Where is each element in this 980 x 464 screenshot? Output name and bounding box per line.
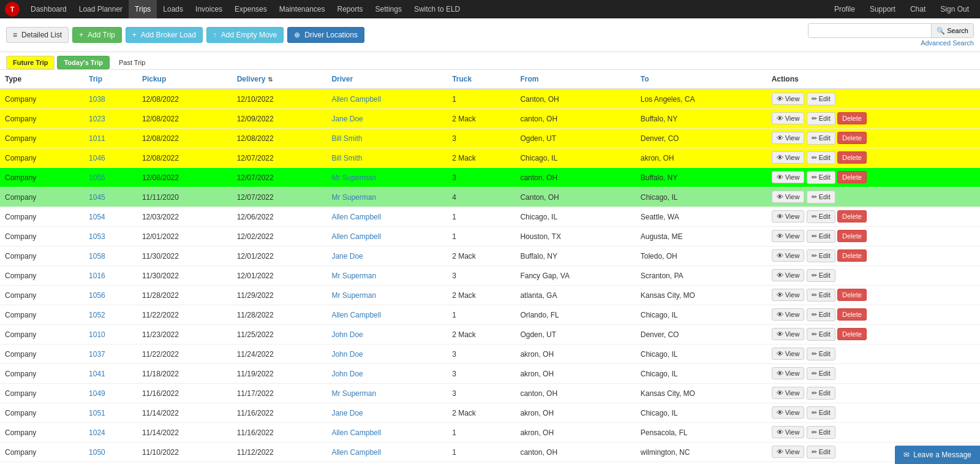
view-button[interactable]: 👁 View: [772, 132, 805, 144]
trip-link[interactable]: 1038: [89, 95, 105, 104]
driver-link[interactable]: Allen Campbell: [331, 232, 381, 241]
edit-button[interactable]: ✏ Edit: [807, 426, 835, 439]
driver-link[interactable]: Mr Superman: [331, 291, 376, 300]
driver-locations-button[interactable]: ⊕ Driver Locations: [287, 27, 364, 43]
add-broker-load-button[interactable]: + Add Broker Load: [126, 27, 203, 43]
view-button[interactable]: 👁 View: [772, 171, 805, 183]
trip-link[interactable]: 1037: [89, 350, 105, 359]
view-button[interactable]: 👁 View: [772, 112, 805, 124]
delete-button[interactable]: Delete: [837, 289, 867, 301]
edit-button[interactable]: ✏ Edit: [807, 249, 835, 262]
advanced-search-link[interactable]: Advanced Search: [921, 39, 974, 47]
edit-button[interactable]: ✏ Edit: [807, 171, 835, 184]
driver-link[interactable]: Jane Doe: [331, 115, 363, 123]
view-button[interactable]: 👁 View: [772, 269, 805, 281]
delete-button[interactable]: Delete: [837, 132, 867, 144]
nav-reports[interactable]: Reports: [331, 0, 369, 18]
edit-button[interactable]: ✏ Edit: [807, 367, 835, 380]
col-driver[interactable]: Driver: [326, 70, 447, 89]
trip-link[interactable]: 1046: [89, 154, 105, 162]
trip-link[interactable]: 1056: [89, 291, 105, 300]
view-button[interactable]: 👁 View: [772, 328, 805, 340]
driver-link[interactable]: Allen Campbell: [331, 428, 381, 437]
edit-button[interactable]: ✏ Edit: [807, 387, 835, 400]
filter-todays-trip[interactable]: Today's Trip: [57, 56, 110, 69]
nav-load-planner[interactable]: Load Planner: [73, 0, 129, 18]
driver-link[interactable]: John Doe: [331, 370, 363, 378]
driver-link[interactable]: Mr Superman: [331, 193, 376, 202]
trip-link[interactable]: 1058: [89, 252, 105, 261]
trip-link[interactable]: 1010: [89, 330, 105, 339]
trip-link[interactable]: 1053: [89, 232, 105, 241]
driver-link[interactable]: Allen Campbell: [331, 213, 381, 221]
driver-link[interactable]: Mr Superman: [331, 272, 376, 280]
edit-button[interactable]: ✏ Edit: [807, 328, 835, 341]
trip-link[interactable]: 1016: [89, 272, 105, 280]
edit-button[interactable]: ✏ Edit: [807, 348, 835, 360]
view-button[interactable]: 👁 View: [772, 406, 805, 419]
view-button[interactable]: 👁 View: [772, 191, 805, 203]
nav-invoices[interactable]: Invoices: [189, 0, 228, 18]
driver-link[interactable]: Allen Campbell: [331, 95, 381, 104]
nav-chat[interactable]: Chat: [904, 0, 932, 18]
trip-link[interactable]: 1024: [89, 428, 105, 437]
edit-button[interactable]: ✏ Edit: [807, 93, 835, 105]
trip-link[interactable]: 1050: [89, 448, 105, 457]
nav-profile[interactable]: Profile: [828, 0, 861, 18]
col-trip[interactable]: Trip: [84, 70, 137, 89]
view-button[interactable]: 👁 View: [772, 387, 805, 399]
nav-settings[interactable]: Settings: [369, 0, 408, 18]
driver-link[interactable]: Bill Smith: [331, 134, 362, 143]
delete-button[interactable]: Delete: [837, 151, 867, 164]
edit-button[interactable]: ✏ Edit: [807, 210, 835, 223]
trip-link[interactable]: 1045: [89, 193, 105, 202]
nav-signout[interactable]: Sign Out: [934, 0, 975, 18]
nav-loads[interactable]: Loads: [157, 0, 189, 18]
trip-link[interactable]: 1041: [89, 370, 105, 378]
driver-link[interactable]: John Doe: [331, 330, 363, 339]
driver-link[interactable]: John Doe: [331, 350, 363, 359]
view-button[interactable]: 👁 View: [772, 249, 805, 262]
view-button[interactable]: 👁 View: [772, 210, 805, 222]
trip-link[interactable]: 1052: [89, 311, 105, 319]
nav-maintenances[interactable]: Maintenances: [273, 0, 331, 18]
edit-button[interactable]: ✏ Edit: [807, 446, 835, 458]
edit-button[interactable]: ✏ Edit: [807, 191, 835, 203]
col-pickup[interactable]: Pickup: [137, 70, 232, 89]
view-button[interactable]: 👁 View: [772, 308, 805, 321]
delete-button[interactable]: Delete: [837, 308, 867, 321]
trip-link[interactable]: 1011: [89, 134, 105, 143]
edit-button[interactable]: ✏ Edit: [807, 406, 835, 419]
nav-trips[interactable]: Trips: [129, 0, 157, 18]
edit-button[interactable]: ✏ Edit: [807, 308, 835, 321]
view-button[interactable]: 👁 View: [772, 151, 805, 164]
edit-button[interactable]: ✏ Edit: [807, 269, 835, 282]
delete-button[interactable]: Delete: [837, 210, 867, 222]
view-button[interactable]: 👁 View: [772, 367, 805, 379]
nav-switch-eld[interactable]: Switch to ELD: [408, 0, 466, 18]
trip-link[interactable]: 1023: [89, 115, 105, 123]
filter-future-trip[interactable]: Future Trip: [6, 56, 55, 69]
edit-button[interactable]: ✏ Edit: [807, 289, 835, 302]
view-button[interactable]: 👁 View: [772, 289, 805, 301]
view-button[interactable]: 👁 View: [772, 348, 805, 360]
view-button[interactable]: 👁 View: [772, 446, 805, 458]
driver-link[interactable]: Allen Campbell: [331, 311, 381, 319]
trip-link[interactable]: 1051: [89, 409, 105, 417]
delete-button[interactable]: Delete: [837, 112, 867, 124]
view-button[interactable]: 👁 View: [772, 93, 805, 105]
delete-button[interactable]: Delete: [837, 249, 867, 262]
driver-link[interactable]: Mr Superman: [331, 389, 376, 398]
add-empty-move-button[interactable]: ↑ Add Empty Move: [206, 27, 284, 43]
nav-expenses[interactable]: Expenses: [228, 0, 273, 18]
delete-button[interactable]: Delete: [837, 230, 867, 242]
trip-link[interactable]: 1049: [89, 389, 105, 398]
col-delivery[interactable]: Delivery ⇅: [232, 70, 327, 89]
driver-link[interactable]: Jane Doe: [331, 252, 363, 261]
add-trip-button[interactable]: + Add Trip: [72, 27, 122, 43]
trip-link[interactable]: 1055: [89, 173, 105, 182]
view-button[interactable]: 👁 View: [772, 230, 805, 242]
edit-button[interactable]: ✏ Edit: [807, 230, 835, 243]
leave-message-button[interactable]: ✉ Leave a Message: [895, 446, 980, 464]
edit-button[interactable]: ✏ Edit: [807, 112, 835, 125]
